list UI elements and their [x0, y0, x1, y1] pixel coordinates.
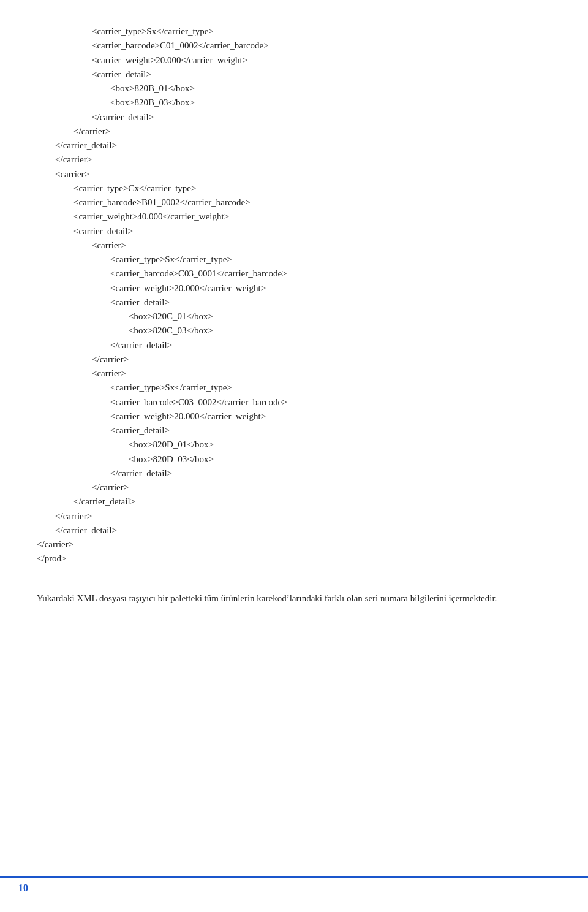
- description-text: Yukardaki XML dosyası taşıyıcı bir palet…: [37, 591, 539, 606]
- xml-line: <carrier_type>Sx</carrier_type> <carrier…: [37, 26, 287, 563]
- page-number: 10: [18, 878, 28, 894]
- page: <carrier_type>Sx</carrier_type> <carrier…: [0, 0, 588, 912]
- page-footer: 10: [0, 876, 588, 894]
- xml-content: <carrier_type>Sx</carrier_type> <carrier…: [37, 25, 551, 566]
- description-content: Yukardaki XML dosyası taşıyıcı bir palet…: [37, 593, 497, 603]
